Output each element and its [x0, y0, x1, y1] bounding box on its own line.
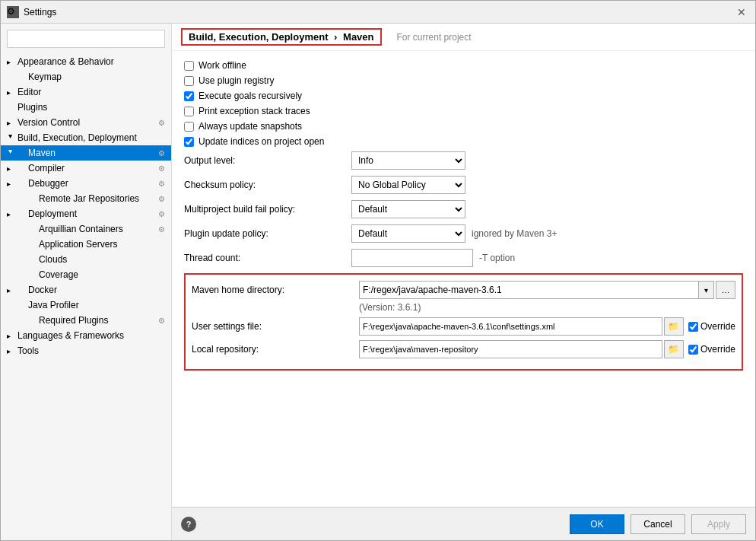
local-repo-override-label[interactable]: Override: [700, 344, 735, 355]
multiproject-control: Default At end Never Always: [351, 200, 743, 218]
sidebar-item-editor[interactable]: ▸ Editor: [1, 84, 171, 100]
use-plugin-registry-label[interactable]: Use plugin registry: [199, 75, 274, 86]
cancel-button[interactable]: Cancel: [631, 514, 685, 534]
local-repo-label: Local repository:: [192, 344, 359, 355]
maven-home-input[interactable]: [359, 281, 699, 299]
update-indices-label[interactable]: Update indices on project open: [199, 136, 324, 147]
user-settings-override: Override: [688, 321, 735, 332]
always-update-checkbox[interactable]: [184, 122, 194, 132]
sidebar-item-compiler[interactable]: ▸ Compiler ⚙: [1, 161, 171, 176]
checksum-policy-select[interactable]: No Global Policy Warn Fail: [351, 176, 465, 194]
sidebar-item-keymap[interactable]: ▸ Keymap: [1, 69, 171, 84]
thread-count-input[interactable]: [351, 249, 473, 267]
output-level-label: Output level:: [184, 155, 351, 166]
apply-button[interactable]: Apply: [691, 514, 746, 534]
print-exception-checkbox[interactable]: [184, 107, 194, 116]
sidebar-item-label: Coverage: [39, 269, 78, 280]
sidebar-item-version-control[interactable]: ▸ Version Control ⚙: [1, 115, 171, 130]
right-panel: Build, Execution, Deployment › Maven For…: [172, 24, 755, 540]
local-repo-input[interactable]: [359, 340, 662, 358]
sidebar-item-deployment[interactable]: ▸ Deployment ⚙: [1, 206, 171, 221]
checkbox-always-update: Always update snapshots: [184, 121, 743, 132]
maven-home-dropdown-button[interactable]: ▾: [699, 281, 714, 299]
checksum-policy-label: Checksum policy:: [184, 180, 351, 190]
use-plugin-registry-checkbox[interactable]: [184, 76, 194, 86]
user-settings-label: User settings file:: [192, 321, 359, 332]
checkbox-print-exception: Print exception stack traces: [184, 106, 743, 116]
print-exception-label[interactable]: Print exception stack traces: [199, 106, 310, 116]
breadcrumb-parent: Build, Execution, Deployment › Maven: [181, 28, 382, 46]
local-repo-override-checkbox[interactable]: [688, 345, 698, 355]
sidebar-item-label: Docker: [28, 285, 57, 295]
maven-home-row: Maven home directory: ▾ …: [192, 281, 735, 299]
user-settings-override-label[interactable]: Override: [700, 321, 735, 332]
settings-icon: ⚙: [158, 317, 165, 325]
output-level-select[interactable]: Info Debug Quiet: [351, 151, 465, 170]
work-offline-label[interactable]: Work offline: [199, 60, 246, 71]
ok-button[interactable]: OK: [570, 514, 624, 534]
checkbox-update-indices: Update indices on project open: [184, 136, 743, 147]
settings-icon: ⚙: [158, 225, 165, 234]
sidebar-item-label: Compiler: [28, 163, 65, 173]
plugin-update-select[interactable]: Default Always Never Interval: [351, 224, 465, 243]
expand-arrow-icon: ▸: [7, 347, 14, 355]
expand-arrow-icon: ▸: [7, 332, 14, 340]
sidebar-item-label: Languages & Frameworks: [17, 330, 124, 341]
search-input[interactable]: [7, 30, 165, 48]
thread-count-control: -T option: [351, 249, 743, 267]
user-settings-input[interactable]: [359, 317, 662, 336]
execute-goals-checkbox[interactable]: [184, 91, 194, 101]
help-button[interactable]: ?: [181, 517, 196, 532]
sidebar-item-label: Debugger: [28, 178, 68, 189]
multiproject-select[interactable]: Default At end Never Always: [351, 200, 465, 218]
sidebar-item-app-servers[interactable]: ▸ Application Servers: [1, 237, 171, 252]
sidebar-item-label: Required Plugins: [39, 315, 108, 326]
sidebar-item-languages[interactable]: ▸ Languages & Frameworks: [1, 328, 171, 343]
maven-home-section: Maven home directory: ▾ … (Version: 3.6.…: [184, 273, 743, 371]
update-indices-checkbox[interactable]: [184, 137, 194, 147]
field-plugin-update: Plugin update policy: Default Always Nev…: [184, 224, 743, 243]
sidebar-item-label: Java Profiler: [28, 300, 79, 310]
execute-goals-label[interactable]: Execute goals recursively: [199, 91, 302, 101]
checkbox-work-offline: Work offline: [184, 60, 743, 71]
sidebar-item-label: Deployment: [28, 208, 77, 219]
sidebar: ▸ Appearance & Behavior ▸ Keymap ▸ Edito…: [1, 24, 172, 540]
sidebar-item-coverage[interactable]: ▸ Coverage: [1, 267, 171, 282]
user-settings-browse-button[interactable]: 📁: [664, 317, 684, 336]
sidebar-item-plugins[interactable]: ▸ Plugins: [1, 100, 171, 115]
sidebar-item-java-profiler[interactable]: ▸ Java Profiler: [1, 298, 171, 313]
breadcrumb-separator: ›: [334, 31, 337, 43]
expand-arrow-icon: ▸: [7, 164, 14, 173]
local-repo-browse-button[interactable]: 📁: [664, 340, 684, 358]
sidebar-item-maven[interactable]: ▸ Maven ⚙: [1, 145, 171, 161]
settings-icon: ⚙: [158, 164, 165, 173]
breadcrumb-current-text: Maven: [343, 31, 373, 43]
sidebar-item-arquillian[interactable]: ▸ Arquillian Containers ⚙: [1, 221, 171, 237]
sidebar-item-label: Build, Execution, Deployment: [17, 132, 137, 143]
checkbox-use-plugin-registry: Use plugin registry: [184, 75, 743, 86]
collapse-arrow-icon: ▸: [7, 134, 15, 142]
breadcrumb-project-hint: For current project: [397, 32, 472, 43]
close-button[interactable]: ✕: [734, 5, 749, 20]
user-settings-override-checkbox[interactable]: [688, 322, 698, 332]
sidebar-item-tools[interactable]: ▸ Tools: [1, 343, 171, 358]
window-title: Settings: [24, 7, 734, 18]
field-output-level: Output level: Info Debug Quiet: [184, 151, 743, 170]
sidebar-item-label: Remote Jar Repositories: [39, 193, 139, 204]
sidebar-item-required-plugins[interactable]: ▸ Required Plugins ⚙: [1, 313, 171, 328]
sidebar-item-remote-jar[interactable]: ▸ Remote Jar Repositories ⚙: [1, 191, 171, 206]
maven-home-browse-button[interactable]: …: [716, 281, 735, 299]
settings-panel: Work offline Use plugin registry Execute…: [172, 51, 755, 507]
sidebar-item-clouds[interactable]: ▸ Clouds: [1, 252, 171, 267]
sidebar-item-debugger[interactable]: ▸ Debugger ⚙: [1, 176, 171, 191]
sidebar-item-label: Arquillian Containers: [39, 224, 123, 234]
sidebar-item-appearance[interactable]: ▸ Appearance & Behavior: [1, 54, 171, 69]
work-offline-checkbox[interactable]: [184, 61, 194, 71]
always-update-label[interactable]: Always update snapshots: [199, 121, 302, 132]
sidebar-item-build-execution[interactable]: ▸ Build, Execution, Deployment: [1, 130, 171, 145]
sidebar-item-label: Maven: [28, 148, 56, 158]
field-thread-count: Thread count: -T option: [184, 249, 743, 267]
multiproject-label: Multiproject build fail policy:: [184, 204, 351, 215]
local-repo-row: Local repository: 📁 Override: [192, 340, 735, 358]
sidebar-item-docker[interactable]: ▸ Docker: [1, 282, 171, 298]
